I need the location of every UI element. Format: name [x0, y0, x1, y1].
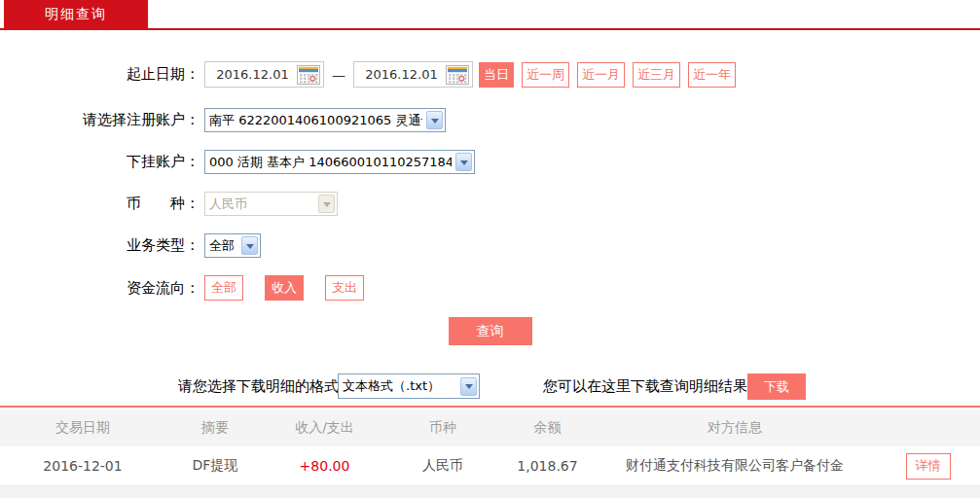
- fund-flow-options: 全部收入支出: [204, 275, 364, 301]
- detail-button[interactable]: 详情: [906, 453, 951, 480]
- currency-value: 人民币: [209, 196, 247, 213]
- table-header-row: 交易日期摘要收入/支出币种余额对方信息: [0, 409, 980, 446]
- download-button[interactable]: 下载: [747, 374, 806, 400]
- quick-range-buttons: 当日近一周近一月近三月近一年: [479, 62, 736, 88]
- tab-detail-query[interactable]: 明细查询: [4, 0, 148, 28]
- column-header-0: 交易日期: [0, 419, 165, 437]
- table-cell: 2016-12-01: [0, 458, 165, 474]
- form-table-divider: [0, 406, 980, 408]
- table-cell: DF提现: [165, 457, 265, 475]
- table-cell: +80.00: [265, 458, 384, 474]
- quick-range-button-1[interactable]: 近一周: [522, 62, 569, 88]
- calendar-icon[interactable]: [446, 65, 469, 85]
- query-button[interactable]: 查询: [449, 317, 532, 345]
- fund-flow-option-2[interactable]: 支出: [325, 275, 364, 301]
- column-header-2: 收入/支出: [265, 419, 384, 437]
- tab-underline: [0, 28, 980, 30]
- sub-account-label: 下挂账户：: [0, 153, 200, 171]
- currency-select: 人民币: [204, 192, 338, 216]
- column-header-4: 余额: [501, 419, 594, 437]
- download-format-value: 文本格式（.txt）: [343, 377, 440, 395]
- table-cell: 人民币: [384, 457, 501, 475]
- table-footer-strip: [0, 486, 980, 498]
- table-cell: 财付通支付科技有限公司客户备付金: [594, 457, 876, 475]
- quick-range-button-4[interactable]: 近一年: [688, 62, 736, 88]
- column-header-5: 对方信息: [594, 419, 876, 437]
- download-format-label: 请您选择下载明细的格式: [178, 374, 339, 400]
- date-range-row: 起止日期： 2016.12.01: [0, 61, 980, 88]
- date-range-label: 起止日期：: [0, 65, 200, 84]
- fund-flow-label: 资金流向：: [0, 279, 200, 298]
- quick-range-button-2[interactable]: 近一月: [577, 62, 625, 88]
- action-cell: 详情: [876, 453, 980, 480]
- calendar-icon[interactable]: [297, 65, 320, 85]
- fund-flow-row: 资金流向： 全部收入支出: [0, 275, 980, 301]
- tab-bar: 明细查询: [0, 0, 980, 28]
- sub-account-row: 下挂账户： 000 活期 基本户 1406600101102571848: [0, 150, 980, 174]
- chevron-down-icon: [460, 377, 477, 396]
- quick-range-button-0[interactable]: 当日: [479, 62, 514, 88]
- fund-flow-option-0[interactable]: 全部: [204, 275, 243, 301]
- date-separator: —: [332, 67, 345, 83]
- table-cell: 1,018.67: [501, 458, 594, 474]
- currency-label: 币 种：: [0, 195, 200, 213]
- chevron-down-icon: [318, 195, 335, 213]
- business-type-label: 业务类型：: [0, 236, 200, 255]
- table-row: 2016-12-01DF提现+80.00人民币1,018.67财付通支付科技有限…: [0, 446, 980, 486]
- business-type-row: 业务类型： 全部: [0, 233, 980, 258]
- fund-flow-option-1[interactable]: 收入: [265, 275, 304, 301]
- chevron-down-icon: [241, 236, 258, 255]
- detail-query-page: 明细查询 起止日期： 2016.12.01: [0, 0, 980, 498]
- chevron-down-icon: [455, 153, 472, 171]
- register-account-row: 请选择注册账户： 南平 6222001406100921065 灵通卡: [0, 108, 980, 132]
- business-type-select[interactable]: 全部: [204, 233, 261, 258]
- register-account-label: 请选择注册账户：: [0, 111, 200, 129]
- register-account-select[interactable]: 南平 6222001406100921065 灵通卡: [204, 108, 446, 132]
- business-type-value: 全部: [209, 237, 235, 255]
- column-header-3: 币种: [384, 419, 501, 437]
- sub-account-select[interactable]: 000 活期 基本户 1406600101102571848: [204, 150, 475, 174]
- chevron-down-icon: [426, 111, 443, 129]
- quick-range-button-3[interactable]: 近三月: [633, 62, 680, 88]
- end-date-input[interactable]: 2016.12.01: [353, 61, 473, 88]
- start-date-value: 2016.12.01: [208, 67, 297, 82]
- register-account-value: 南平 6222001406100921065 灵通卡: [209, 112, 422, 129]
- table-body: 2016-12-01DF提现+80.00人民币1,018.67财付通支付科技有限…: [0, 446, 980, 486]
- download-row: 请您选择下载明细的格式 文本格式（.txt） 您可以在这里下载查询明细结果 下载: [0, 374, 980, 400]
- start-date-input[interactable]: 2016.12.01: [204, 61, 324, 88]
- download-hint: 您可以在这里下载查询明细结果: [543, 374, 747, 400]
- currency-row: 币 种： 人民币: [0, 192, 980, 216]
- column-header-1: 摘要: [165, 419, 265, 437]
- end-date-value: 2016.12.01: [357, 67, 446, 82]
- download-format-select[interactable]: 文本格式（.txt）: [338, 374, 480, 399]
- sub-account-value: 000 活期 基本户 1406600101102571848: [209, 154, 452, 171]
